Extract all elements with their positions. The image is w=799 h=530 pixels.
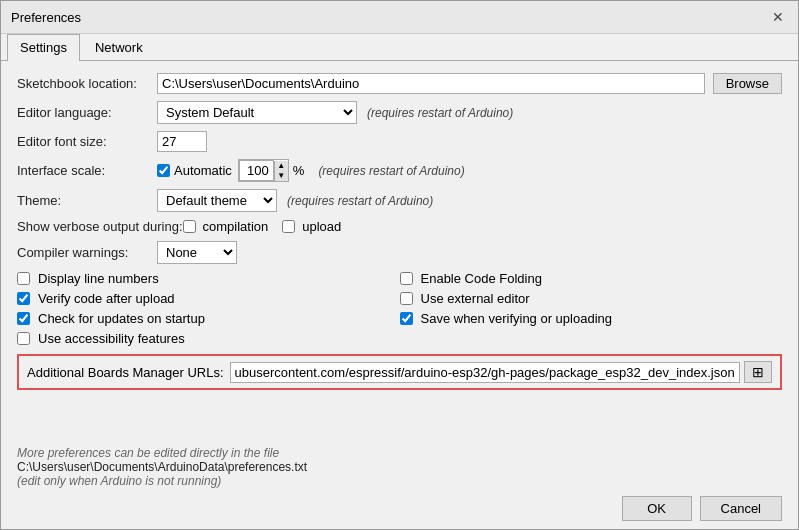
verbose-label: Show verbose output during: [17, 219, 183, 234]
theme-hint: (requires restart of Arduino) [287, 194, 433, 208]
checkboxes-section: Display line numbers Verify code after u… [17, 271, 782, 346]
compiler-warnings-label: Compiler warnings: [17, 245, 157, 260]
editor-language-row: Editor language: System Default English … [17, 101, 782, 124]
ok-button[interactable]: OK [622, 496, 692, 521]
save-verifying-label: Save when verifying or uploading [421, 311, 613, 326]
verify-code-label: Verify code after upload [38, 291, 175, 306]
verbose-upload-checkbox[interactable] [282, 220, 295, 233]
accessibility-label: Use accessibility features [38, 331, 185, 346]
code-folding-label: Enable Code Folding [421, 271, 542, 286]
percent-label: % [293, 163, 305, 178]
scale-down-button[interactable]: ▼ [274, 171, 288, 181]
compiler-warnings-select[interactable]: None Default More All [157, 241, 237, 264]
accessibility-item[interactable]: Use accessibility features [17, 331, 400, 346]
cancel-button[interactable]: Cancel [700, 496, 782, 521]
theme-label: Theme: [17, 193, 157, 208]
verbose-upload-text: upload [302, 219, 341, 234]
editor-font-row: Editor font size: [17, 131, 782, 152]
edit-note: (edit only when Arduino is not running) [17, 474, 782, 488]
boards-manager-input[interactable] [230, 362, 740, 383]
external-editor-checkbox[interactable] [400, 292, 413, 305]
preferences-dialog: Preferences ✕ Settings Network Sketchboo… [0, 0, 799, 530]
editor-language-hint: (requires restart of Arduino) [367, 106, 513, 120]
verify-code-item[interactable]: Verify code after upload [17, 291, 400, 306]
display-line-numbers-item[interactable]: Display line numbers [17, 271, 400, 286]
interface-scale-row: Interface scale: Automatic ▲ ▼ % (requir… [17, 159, 782, 182]
theme-row: Theme: Default theme Dark theme Light th… [17, 189, 782, 212]
verify-code-checkbox[interactable] [17, 292, 30, 305]
save-verifying-checkbox[interactable] [400, 312, 413, 325]
display-line-numbers-label: Display line numbers [38, 271, 159, 286]
code-folding-checkbox[interactable] [400, 272, 413, 285]
interface-scale-label: Interface scale: [17, 163, 157, 178]
scale-hint: (requires restart of Arduino) [318, 164, 464, 178]
sketchbook-row: Sketchbook location: Browse [17, 73, 782, 94]
check-updates-checkbox[interactable] [17, 312, 30, 325]
check-updates-label: Check for updates on startup [38, 311, 205, 326]
verbose-compilation-checkbox[interactable] [183, 220, 196, 233]
close-button[interactable]: ✕ [768, 7, 788, 27]
verbose-upload-label[interactable]: upload [282, 219, 341, 234]
tab-network[interactable]: Network [82, 34, 156, 60]
editor-font-label: Editor font size: [17, 134, 157, 149]
check-updates-item[interactable]: Check for updates on startup [17, 311, 400, 326]
right-checkboxes: Enable Code Folding Use external editor … [400, 271, 783, 346]
verbose-options: compilation upload [183, 219, 342, 234]
editor-language-select[interactable]: System Default English Spanish French [157, 101, 357, 124]
title-bar: Preferences ✕ [1, 1, 798, 34]
code-folding-item[interactable]: Enable Code Folding [400, 271, 783, 286]
scale-up-button[interactable]: ▲ [274, 161, 288, 171]
auto-scale-checkbox[interactable] [157, 164, 170, 177]
left-checkboxes: Display line numbers Verify code after u… [17, 271, 400, 346]
editor-font-input[interactable] [157, 131, 207, 152]
compiler-warnings-row: Compiler warnings: None Default More All [17, 241, 782, 264]
tab-bar: Settings Network [1, 34, 798, 61]
accessibility-checkbox[interactable] [17, 332, 30, 345]
external-editor-item[interactable]: Use external editor [400, 291, 783, 306]
footer-info: More preferences can be edited directly … [1, 442, 798, 488]
boards-manager-section: Additional Boards Manager URLs: ⊞ [17, 354, 782, 390]
scale-input[interactable] [239, 160, 274, 181]
verbose-compilation-label[interactable]: compilation [183, 219, 269, 234]
save-verifying-item[interactable]: Save when verifying or uploading [400, 311, 783, 326]
settings-content: Sketchbook location: Browse Editor langu… [1, 61, 798, 442]
sketchbook-label: Sketchbook location: [17, 76, 157, 91]
dialog-buttons: OK Cancel [1, 488, 798, 529]
prefs-path: C:\Users\user\Documents\ArduinoData\pref… [17, 460, 782, 474]
display-line-numbers-checkbox[interactable] [17, 272, 30, 285]
sketchbook-input[interactable] [157, 73, 705, 94]
editor-language-label: Editor language: [17, 105, 157, 120]
verbose-compilation-text: compilation [203, 219, 269, 234]
boards-icon: ⊞ [752, 364, 764, 380]
browse-button[interactable]: Browse [713, 73, 782, 94]
boards-manager-icon-button[interactable]: ⊞ [744, 361, 772, 383]
theme-select[interactable]: Default theme Dark theme Light theme [157, 189, 277, 212]
scale-spinner: ▲ ▼ [238, 159, 289, 182]
dialog-title: Preferences [11, 10, 81, 25]
tab-settings[interactable]: Settings [7, 34, 80, 61]
boards-manager-label: Additional Boards Manager URLs: [27, 365, 224, 380]
scale-spinner-buttons: ▲ ▼ [274, 161, 288, 181]
more-prefs-text: More preferences can be edited directly … [17, 446, 782, 460]
external-editor-label: Use external editor [421, 291, 530, 306]
verbose-row: Show verbose output during: compilation … [17, 219, 782, 234]
auto-scale-text: Automatic [174, 163, 232, 178]
